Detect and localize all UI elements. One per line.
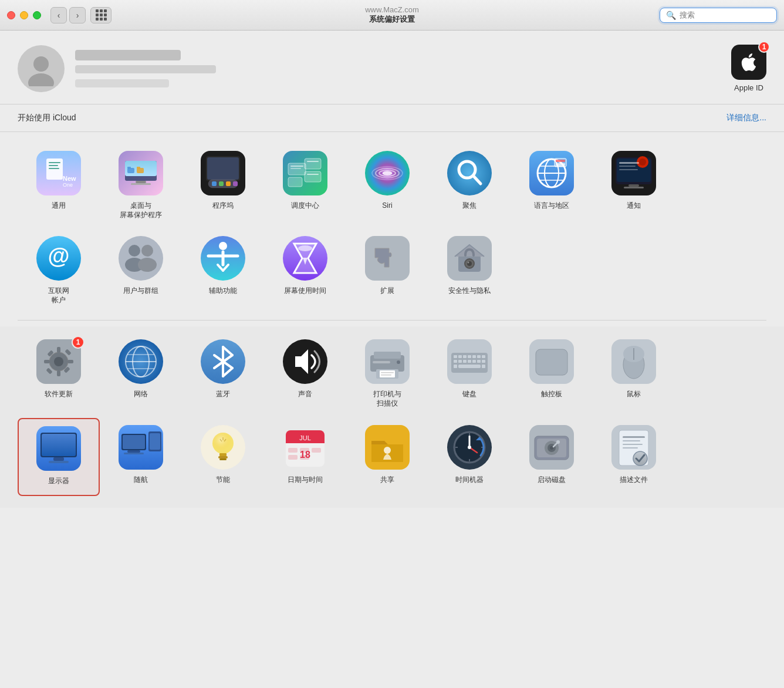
icons-row-1: New One 通用 [18,144,766,229]
bluetooth-icon [200,338,246,385]
spotlight-label: 聚焦 [462,201,477,211]
icon-internet[interactable]: @ 互联网 帐户 [18,229,100,314]
energy-icon [200,424,246,471]
icon-spotlight[interactable]: 聚焦 [428,144,511,229]
bluetooth-label: 蓝牙 [216,390,230,399]
accessibility-icon [200,235,246,282]
icon-printers[interactable]: 打印机与 扫描仪 [346,332,428,417]
svg-rect-13 [131,183,151,185]
apple-id-icon: 1 [731,45,766,80]
dock-label: 程序坞 [212,201,234,211]
svg-rect-125 [472,355,476,358]
icon-displays[interactable]: 显示器 [18,418,100,497]
profile-sub [75,79,169,87]
svg-rect-201 [623,447,638,448]
svg-rect-124 [468,355,471,358]
icon-profiles[interactable]: 描述文件 [593,418,675,497]
mission-label: 调度中心 [291,201,319,211]
svg-point-182 [468,446,471,449]
icon-network[interactable]: 网络 [100,332,182,417]
icon-keyboard[interactable]: 键盘 [428,332,511,417]
icloud-banner: 开始使用 iCloud 详细信息... [0,104,784,132]
svg-rect-200 [623,444,643,445]
svg-rect-25 [233,181,238,186]
svg-rect-15 [127,167,131,168]
apple-id-section[interactable]: 1 Apple ID [731,45,766,92]
icloud-details-link[interactable]: 详细信息... [726,113,766,123]
icon-bluetooth[interactable]: 蓝牙 [182,332,264,417]
svg-rect-126 [477,355,481,358]
icons-section: New One 通用 [0,132,784,520]
close-button[interactable] [7,11,15,19]
svg-rect-147 [53,457,64,461]
svg-text:JUL: JUL [299,434,311,441]
icon-siri[interactable]: Siri [346,144,428,229]
accessibility-label: 辅助功能 [209,286,237,296]
traffic-lights [7,11,41,19]
search-box[interactable]: 🔍 [660,8,777,23]
svg-rect-198 [623,436,645,438]
svg-rect-148 [49,461,69,463]
svg-point-56 [639,158,646,166]
desktop-icon [117,150,164,197]
icon-security[interactable]: 安全性与隐私 [428,229,511,314]
printers-label: 打印机与 扫描仪 [373,390,401,408]
svg-point-176 [384,447,391,454]
icon-timemachine[interactable]: 时间机器 [428,418,511,497]
svg-rect-20 [207,157,239,180]
icon-dock[interactable]: 程序坞 [182,144,264,229]
svg-rect-129 [458,360,462,363]
keyboard-icon [446,338,493,385]
svg-rect-131 [468,360,471,363]
icon-language[interactable]: 语言与地区 [511,144,593,229]
profile-section: 1 Apple ID [0,31,784,104]
svg-rect-61 [624,187,644,188]
svg-rect-28 [290,166,303,167]
forward-button[interactable]: › [69,7,86,23]
minimize-button[interactable] [20,11,28,19]
grid-view-button[interactable] [90,7,111,23]
svg-rect-33 [307,174,319,175]
extensions-icon [364,235,411,282]
energy-label: 节能 [216,475,230,485]
icon-notifications[interactable]: 通知 [593,144,675,229]
svg-rect-160 [218,456,228,458]
internet-label: 互联网 帐户 [48,286,69,305]
icon-screentime[interactable]: 屏幕使用时间 [264,229,346,314]
svg-rect-23 [219,181,224,186]
maximize-button[interactable] [33,11,41,19]
icon-sharing[interactable]: 共享 [346,418,428,497]
icon-sidecar[interactable]: 随航 [100,418,182,497]
sidecar-label: 随航 [134,475,148,485]
svg-rect-153 [124,453,144,454]
icon-desktop[interactable]: 桌面与 屏幕保护程序 [100,144,182,229]
icon-energy[interactable]: 节能 [182,418,264,497]
back-button[interactable]: ‹ [50,7,67,23]
icon-software[interactable]: 1 软件更新 [18,332,100,417]
timemachine-label: 时间机器 [455,475,484,485]
notifications-label: 通知 [627,201,641,211]
svg-rect-50 [556,160,565,162]
dock-icon [200,150,246,197]
svg-rect-12 [136,181,146,183]
svg-rect-32 [305,171,321,182]
search-input[interactable] [680,11,771,19]
icon-sound[interactable]: 声音 [264,332,346,417]
icon-mouse[interactable]: 鼠标 [593,332,675,417]
icon-trackpad[interactable]: 触控板 [511,332,593,417]
icon-extensions[interactable]: 扩展 [346,229,428,314]
icon-accessibility[interactable]: 辅助功能 [182,229,264,314]
extensions-label: 扩展 [380,286,394,296]
svg-rect-24 [226,181,231,186]
sharing-icon [364,424,411,471]
icon-general[interactable]: New One 通用 [18,144,100,229]
icon-datetime[interactable]: 18 JUL 日期与时间 [264,418,346,497]
sharing-label: 共享 [380,475,394,485]
icon-mission[interactable]: 调度中心 [264,144,346,229]
icon-startup[interactable]: 启动磁盘 [511,418,593,497]
icon-users[interactable]: 用户与群组 [100,229,182,314]
keyboard-label: 键盘 [462,390,477,399]
mouse-label: 鼠标 [627,390,641,399]
avatar[interactable] [18,45,65,92]
svg-rect-51 [556,163,565,166]
